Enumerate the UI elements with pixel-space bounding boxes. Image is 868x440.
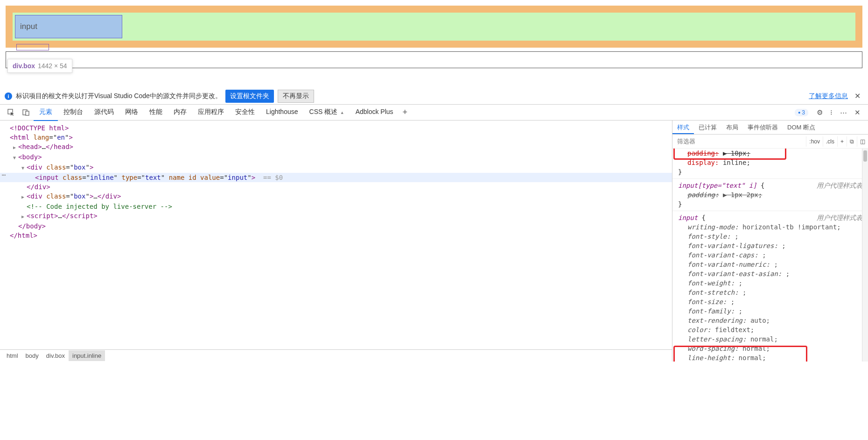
tooltip-selector: div.box [13,62,35,70]
filter-btn[interactable]: ◫ [857,136,868,147]
dom-tree[interactable]: <!DOCTYPE html><html lang="en">▶<head>…<… [0,121,672,349]
dont-show-button[interactable]: 不再显示 [278,90,314,103]
css-property-line[interactable]: padding: ▶ 1px 2px; [672,190,868,199]
dom-line[interactable]: ▼<body> [0,152,672,163]
styles-filter-bar: :hov.cls+⧉◫ [672,135,868,149]
tab-元素[interactable]: 元素 [34,104,58,121]
css-property-line[interactable]: color: fieldtext; [672,325,868,334]
filter-btn[interactable]: .cls [823,136,837,147]
more-horizontal-icon[interactable]: ⋯ [836,106,851,119]
css-property-line[interactable]: font-style: ; [672,232,868,241]
styles-tab-事件侦听器[interactable]: 事件侦听器 [743,121,783,134]
css-property-line[interactable]: font-family: ; [672,306,868,316]
filter-btn[interactable]: ⧉ [847,136,857,147]
scrollbar[interactable] [862,149,868,362]
svg-rect-2 [26,111,29,115]
css-property-line[interactable]: font-variant-numeric: ; [672,260,868,269]
css-property-line[interactable]: font-size: ; [672,297,868,306]
learn-more-link[interactable]: 了解更多信息 [809,92,848,100]
filter-btn[interactable]: :hov [806,136,823,147]
styles-tab-已计算[interactable]: 已计算 [694,121,721,134]
css-property-line[interactable]: font-variant-caps: ; [672,250,868,260]
dom-line[interactable]: <!-- Code injected by live-server --> [0,202,672,211]
page-viewport: div.box 1442 × 54 [0,0,868,88]
menu-vertical-dots-icon[interactable]: ⁝ [826,106,836,119]
set-root-folder-button[interactable]: 设置根文件夹 [225,90,274,103]
styles-filter-input[interactable] [672,136,806,147]
dom-line[interactable]: ▶<head>…</head> [0,142,672,152]
crumb-html[interactable]: html [3,350,22,361]
devtools-main: <!DOCTYPE html><html lang="en">▶<head>…<… [0,121,868,362]
tab-CSS 概述[interactable]: CSS 概述 [304,104,350,121]
device-toggle-icon[interactable] [19,107,34,118]
scrollbar-thumb[interactable] [863,150,867,162]
infobar-close-icon[interactable]: ✕ [852,92,863,100]
tab-Lighthouse[interactable]: Lighthouse [260,104,304,121]
css-property-line[interactable]: } [672,199,868,209]
info-icon: i [5,92,12,100]
styles-tab-布局[interactable]: 布局 [721,121,743,134]
styles-panel: 样式已计算布局事件侦听器DOM 断点 :hov.cls+⧉◫ padding: … [672,121,868,362]
box-1 [6,6,862,48]
dom-line[interactable]: </html> [0,231,672,240]
text-input-1[interactable] [15,15,122,38]
box-2 [6,51,862,68]
dom-line[interactable]: <html lang="en"> [0,133,672,142]
tooltip-dimensions: 1442 × 54 [38,62,67,70]
add-tab-icon[interactable]: + [399,106,412,119]
styles-tab-样式[interactable]: 样式 [672,121,694,134]
highlight-annotation [673,149,786,160]
settings-gear-icon[interactable]: ⚙ [813,106,826,119]
css-property-line[interactable]: 用户代理样式表input[type="text" i] { [672,181,868,190]
filter-btn[interactable]: + [837,136,847,147]
css-property-line[interactable]: letter-spacing: normal; [672,334,868,344]
css-property-line[interactable]: font-variant-east-asian: ; [672,269,868,278]
breadcrumb: htmlbodydiv.boxinput.inline [0,349,672,362]
dom-line[interactable]: <!DOCTYPE html> [0,123,672,133]
tab-控制台[interactable]: 控制台 [58,104,89,121]
inspect-tooltip: div.box 1442 × 54 [7,59,72,73]
css-property-line[interactable]: } [672,167,868,177]
css-property-line[interactable]: font-stretch: ; [672,288,868,297]
tab-安全性[interactable]: 安全性 [230,104,260,121]
elements-panel: <!DOCTYPE html><html lang="en">▶<head>…<… [0,121,672,362]
css-property-line[interactable]: text-rendering: auto; [672,316,868,325]
dom-line[interactable]: </body> [0,221,672,231]
tab-性能[interactable]: 性能 [144,104,168,121]
styles-tab-DOM 断点[interactable]: DOM 断点 [783,121,820,134]
dom-line[interactable]: ▼<div class="box"> [0,163,672,173]
dom-line[interactable]: ▶<script>…</script> [0,211,672,221]
tab-Adblock Plus[interactable]: Adblock Plus [350,104,399,121]
css-rules-list[interactable]: padding: ▶ 10px;display: inline;}用户代理样式表… [672,149,868,362]
highlight-annotation [673,346,807,362]
styles-tab-bar: 样式已计算布局事件侦听器DOM 断点 [672,121,868,135]
dom-line[interactable]: ▶<div class="box">…</div> [0,192,672,202]
issues-badge[interactable]: 3 [795,109,808,116]
inspect-element-icon[interactable] [4,107,19,118]
dom-line[interactable]: <input class="inline" type="text" name i… [0,173,672,182]
text-input-2[interactable] [16,44,49,50]
vscode-info-bar: i 标识项目的根文件夹以打开Visual Studio Code中的源文件并同步… [0,88,868,105]
tab-应用程序[interactable]: 应用程序 [192,104,230,121]
dom-line[interactable]: </div> [0,182,672,192]
crumb-input.inline[interactable]: input.inline [69,350,105,361]
tab-网络[interactable]: 网络 [119,104,144,121]
crumb-div.box[interactable]: div.box [42,350,69,361]
tab-源代码[interactable]: 源代码 [89,104,119,121]
css-property-line[interactable]: font-weight: ; [672,278,868,288]
tab-内存[interactable]: 内存 [168,104,192,121]
info-message: 标识项目的根文件夹以打开Visual Studio Code中的源文件并同步更改… [16,92,222,100]
css-property-line[interactable]: font-variant-ligatures: ; [672,241,868,250]
crumb-body[interactable]: body [22,350,42,361]
css-property-line[interactable]: 用户代理样式表input { [672,213,868,222]
css-property-line[interactable]: writing-mode: horizontal-tb !important; [672,222,868,232]
devtools-close-icon[interactable]: ✕ [851,106,864,119]
devtools-tab-bar: 元素控制台源代码网络性能内存应用程序安全性LighthouseCSS 概述Adb… [0,105,868,121]
